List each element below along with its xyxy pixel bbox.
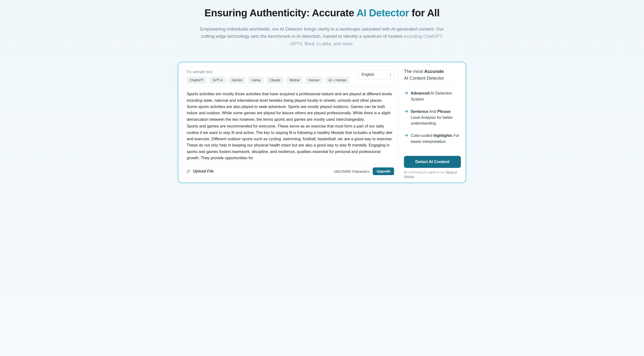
chip-human[interactable]: Human [305,77,323,84]
text-paragraph: Sports and games are recommended for eve… [187,123,394,161]
detector-panel: Try sample text ChatGPT GPT-4 Gemini Lla… [178,62,466,183]
arrow-right-icon [404,133,408,138]
character-count: 1661/5000 Characters [334,169,369,173]
editor-column: Try sample text ChatGPT GPT-4 Gemini Lla… [182,66,398,179]
feature-item: Color-coded highlights For easier interp… [404,133,461,145]
page-title: Ensuring Authenticity: Accurate AI Detec… [178,7,466,19]
chip-claude[interactable]: Claude [266,77,284,84]
sample-chips: ChatGPT GPT-4 Gemini Llama Claude Mistra… [186,77,358,84]
feature-item: Sentence And Phrase Level Analysis for b… [404,109,461,126]
sample-text-label: Try sample text [186,70,358,74]
chip-mistral[interactable]: Mistral [286,77,303,84]
title-accent: AI Detector [356,7,409,19]
page-subtitle: Empowering individuals worldwide, our AI… [196,26,448,47]
feature-text: Sentence And Phrase Level Analysis for b… [411,109,461,126]
editor-bottom-bar: Upload File 1661/5000 Characters Upgrade [182,164,398,178]
paperclip-icon [186,169,190,173]
chip-llama[interactable]: Llama [248,77,264,84]
text-input[interactable]: Sports activities are mostly those activ… [182,87,398,164]
sidebar-column: The most Accurate AI Content Detector Ad… [403,66,462,179]
select-arrows-icon: ▲▼ [390,73,392,77]
chip-ai-human[interactable]: AI + Human [325,77,350,84]
editor-top-bar: Try sample text ChatGPT GPT-4 Gemini Lla… [182,66,398,87]
sidebar-title: The most Accurate AI Content Detector [404,68,461,86]
upgrade-button[interactable]: Upgrade [373,167,394,175]
feature-text: Color-coded highlights For easier interp… [411,133,461,145]
tos-notice: By continuing you agree to our Terms of … [404,170,461,179]
arrow-right-icon [404,91,408,95]
upload-label: Upload File [193,169,214,173]
text-paragraph: Sports activities are mostly those activ… [187,91,394,122]
detect-button[interactable]: Detect AI Content [404,156,461,168]
chip-gemini[interactable]: Gemini [228,77,246,84]
upload-file-button[interactable]: Upload File [186,169,214,173]
language-select[interactable]: English ▲▼ [358,70,394,79]
feature-text: Advanced AI Detection System [411,90,461,102]
language-value: English [362,72,374,77]
chip-gpt4[interactable]: GPT-4 [209,77,226,84]
feature-item: Advanced AI Detection System [404,90,461,102]
chip-chatgpt[interactable]: ChatGPT [186,77,207,84]
arrow-right-icon [404,109,408,114]
